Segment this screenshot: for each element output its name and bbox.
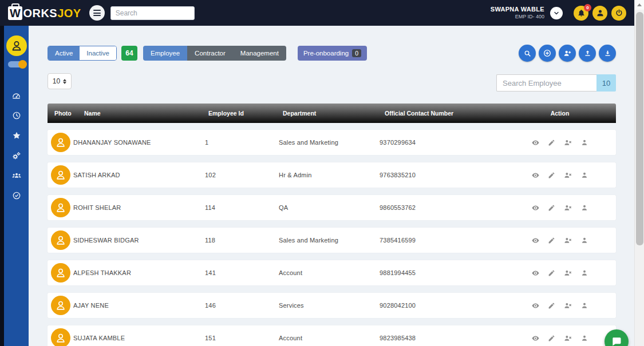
column-header-name: Name <box>72 110 200 117</box>
download-button[interactable] <box>599 45 616 62</box>
employee-contact: 9028042100 <box>372 302 504 309</box>
view-icon[interactable] <box>531 269 540 277</box>
profile-icon[interactable] <box>580 334 588 342</box>
view-icon[interactable] <box>531 334 540 343</box>
profile-icon[interactable] <box>580 301 588 309</box>
employee-name: SATISH ARKAD <box>72 172 200 178</box>
employee-avatar <box>51 328 70 346</box>
employee-count-badge[interactable]: 64 <box>121 46 137 61</box>
user-menu-chevron-down-icon[interactable] <box>550 7 563 19</box>
employee-avatar <box>51 263 70 283</box>
employee-department: Account <box>272 335 372 341</box>
search-button[interactable] <box>519 45 536 62</box>
edit-icon[interactable] <box>548 269 555 277</box>
page-size-select[interactable]: 10 <box>48 73 72 89</box>
table-row[interactable]: SIDHESWAR BIDGAR 118 Sales and Marketing… <box>48 228 616 253</box>
worksjoy-logo: WORKSJOY <box>8 6 81 20</box>
employee-search-input[interactable] <box>496 74 596 92</box>
employee-name: SIDHESWAR BIDGAR <box>72 237 200 244</box>
sidebar-item-settings[interactable] <box>11 150 22 161</box>
toolbar-actions <box>519 45 616 62</box>
deactivate-user-icon[interactable] <box>563 138 572 147</box>
hamburger-menu-icon[interactable] <box>89 5 105 21</box>
table-body: DHANANJAY SONAWANE 1 Sales and Marketing… <box>48 130 616 346</box>
deactivate-user-icon[interactable] <box>563 170 572 180</box>
upload-icon <box>583 49 592 58</box>
app-window: WORKSJOY SWAPNA WABLE EMP ID- 400 0 <box>0 0 644 346</box>
profile-button[interactable] <box>592 6 607 21</box>
employee-id: 141 <box>200 269 272 276</box>
table-row[interactable]: SATISH ARKAD 102 Hr & Admin 9763835210 <box>48 162 616 188</box>
view-icon[interactable] <box>531 204 540 212</box>
employee-filter-button[interactable]: Employee <box>143 46 187 61</box>
profile-icon[interactable] <box>580 204 588 212</box>
user-name: SWAPNA WABLE <box>491 6 544 14</box>
download-icon <box>603 49 612 58</box>
view-icon[interactable] <box>531 171 540 180</box>
preonboarding-button[interactable]: Pre-onboarding 0 <box>298 46 367 61</box>
vertical-scrollbar[interactable] <box>634 0 644 346</box>
notifications-button[interactable]: 0 <box>574 6 588 21</box>
left-edge-strip <box>0 26 4 346</box>
profile-icon[interactable] <box>580 138 588 146</box>
table-row[interactable]: ALPESH THAKKAR 141 Account 9881994455 <box>48 260 616 285</box>
sidebar-item-approvals[interactable] <box>11 190 22 201</box>
edit-icon[interactable] <box>548 302 555 309</box>
sidebar-item-dashboard[interactable] <box>11 90 22 101</box>
employee-avatar <box>51 296 70 315</box>
table-row[interactable]: SUJATA KAMBLE 151 Account 9823985438 <box>48 325 616 346</box>
add-user-icon <box>563 49 572 58</box>
sidebar-item-favorites[interactable] <box>11 130 22 141</box>
edit-icon[interactable] <box>548 204 555 212</box>
sidebar-item-attendance[interactable] <box>11 110 22 121</box>
profile-icon[interactable] <box>580 269 588 277</box>
view-icon[interactable] <box>531 236 540 245</box>
edit-icon[interactable] <box>548 172 555 179</box>
employee-name: SUJATA KAMBLE <box>72 335 200 341</box>
add-user-button[interactable] <box>559 45 576 62</box>
employee-department: QA <box>272 204 372 211</box>
column-header-department: Department <box>272 110 372 117</box>
scrollbar-thumb[interactable] <box>636 12 643 245</box>
deactivate-user-icon[interactable] <box>563 203 572 212</box>
search-icon <box>523 49 532 58</box>
inactive-filter-button[interactable]: Inactive <box>80 46 116 60</box>
profile-icon[interactable] <box>580 236 588 244</box>
view-icon[interactable] <box>531 138 540 147</box>
edit-icon[interactable] <box>548 237 555 244</box>
employee-department: Sales and Marketing <box>272 139 372 146</box>
employee-contact: 9370299634 <box>372 139 504 146</box>
upload-button[interactable] <box>579 45 596 62</box>
table-row[interactable]: DHANANJAY SONAWANE 1 Sales and Marketing… <box>48 130 616 155</box>
edit-icon[interactable] <box>548 335 555 342</box>
global-search-input[interactable] <box>110 6 195 20</box>
deactivate-user-icon[interactable] <box>563 333 572 343</box>
profile-icon[interactable] <box>580 171 588 179</box>
scroll-up-arrow-icon[interactable] <box>635 0 644 10</box>
sidebar-employee-avatar[interactable] <box>6 35 27 56</box>
column-header-action: Action <box>504 110 616 117</box>
edit-icon[interactable] <box>548 139 555 146</box>
briefcase-logo-icon: W <box>8 6 22 20</box>
sidebar-item-team[interactable] <box>11 170 22 181</box>
employee-avatar <box>51 133 70 152</box>
column-header-photo: Photo <box>48 110 72 117</box>
table-row[interactable]: ROHIT SHELAR 114 QA 9860553762 <box>48 195 616 220</box>
active-filter-button[interactable]: Active <box>48 46 80 60</box>
employee-search: 10 <box>496 74 616 92</box>
sidebar <box>4 26 29 346</box>
add-button[interactable] <box>539 45 556 62</box>
dashboard-icon <box>11 91 21 101</box>
type-toggle-group: Employee Contractor Management <box>143 46 286 61</box>
management-filter-button[interactable]: Management <box>233 46 286 61</box>
deactivate-user-icon[interactable] <box>563 301 572 310</box>
contractor-filter-button[interactable]: Contractor <box>187 46 233 61</box>
sidebar-toggle-switch[interactable] <box>8 61 25 67</box>
chat-bubble-icon <box>611 336 622 346</box>
logout-button[interactable] <box>611 6 626 21</box>
deactivate-user-icon[interactable] <box>563 236 572 245</box>
deactivate-user-icon[interactable] <box>563 268 572 277</box>
preonboarding-badge: 0 <box>352 49 361 57</box>
table-row[interactable]: AJAY NENE 146 Services 9028042100 <box>48 293 616 318</box>
view-icon[interactable] <box>531 301 540 310</box>
